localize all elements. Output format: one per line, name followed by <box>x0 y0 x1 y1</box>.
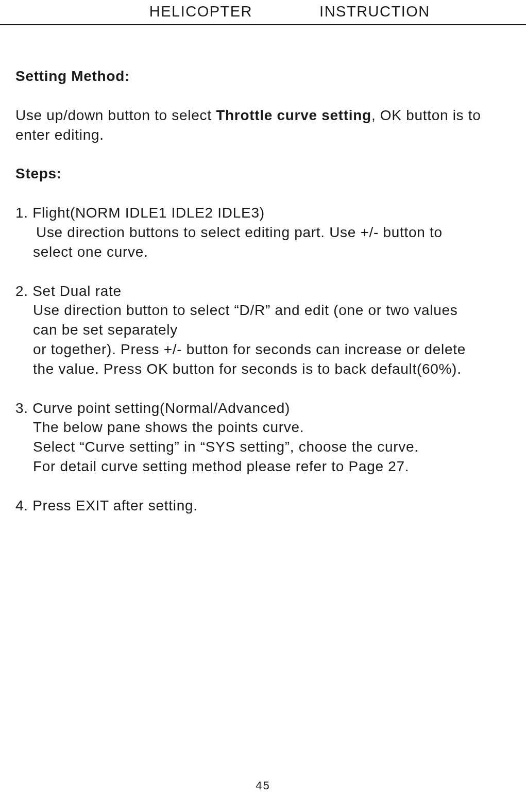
page-number: 45 <box>0 779 526 792</box>
step-3-body-line-3: For detail curve setting method please r… <box>15 457 511 476</box>
step-2-body-line-1: Use direction button to select “D/R” and… <box>15 301 511 320</box>
step-4: 4. Press EXIT after setting. <box>15 496 511 516</box>
step-1-body-line-1: Use direction buttons to select editing … <box>15 223 511 242</box>
step-3-heading: 3. Curve point setting(Normal/Advanced) <box>15 399 511 418</box>
page-container: HELICOPTER INSTRUCTION Setting Method: U… <box>0 0 526 812</box>
step-3-body-line-2: Select “Curve setting” in “SYS setting”,… <box>15 437 511 457</box>
step-3: 3. Curve point setting(Normal/Advanced) … <box>15 399 511 476</box>
step-2: 2. Set Dual rate Use direction button to… <box>15 281 511 379</box>
step-2-body-line-4: the value. Press OK button for seconds i… <box>15 359 511 379</box>
step-2-body-line-3: or together). Press +/- button for secon… <box>15 340 511 359</box>
step-1-heading: 1. Flight(NORM IDLE1 IDLE2 IDLE3) <box>15 203 511 223</box>
step-3-body-line-1: The below pane shows the points curve. <box>15 418 511 437</box>
intro-bold: Throttle curve setting <box>216 107 371 123</box>
step-2-heading: 2. Set Dual rate <box>15 281 511 301</box>
header-left: HELICOPTER <box>0 3 252 20</box>
intro-pre: Use up/down button to select <box>15 107 216 123</box>
step-1: 1. Flight(NORM IDLE1 IDLE2 IDLE3) Use di… <box>15 203 511 261</box>
setting-method-title: Setting Method: <box>15 67 511 86</box>
header-right: INSTRUCTION <box>252 3 526 20</box>
intro-paragraph: Use up/down button to select Throttle cu… <box>15 106 511 145</box>
steps-title: Steps: <box>15 164 511 184</box>
step-2-body-line-2: can be set separately <box>15 320 511 340</box>
step-4-heading: 4. Press EXIT after setting. <box>15 496 511 516</box>
step-1-body-line-2: select one curve. <box>15 242 511 262</box>
page-header: HELICOPTER INSTRUCTION <box>0 0 526 25</box>
page-content: Setting Method: Use up/down button to se… <box>0 25 526 516</box>
